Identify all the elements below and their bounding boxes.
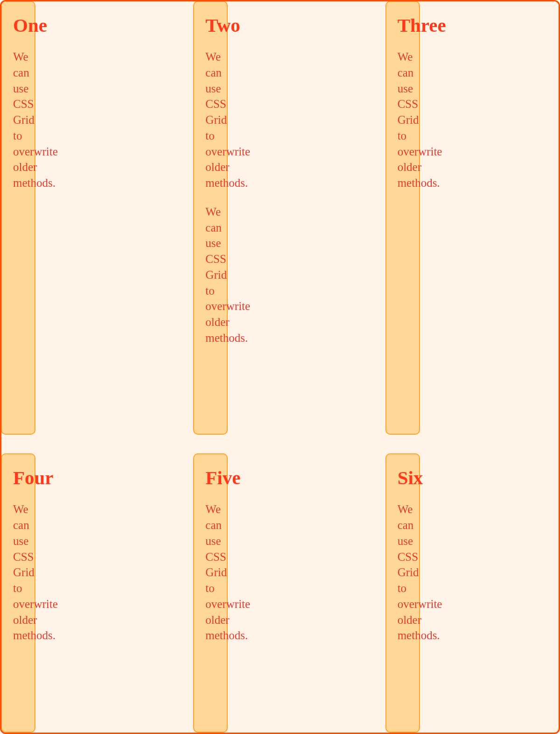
card-paragraph: We can use CSS Grid to overwrite older m… xyxy=(13,49,23,191)
card-paragraph: We can use CSS Grid to overwrite older m… xyxy=(398,49,408,191)
card-four: Four We can use CSS Grid to overwrite ol… xyxy=(1,453,35,733)
grid-wrapper: One We can use CSS Grid to overwrite old… xyxy=(0,0,560,734)
card-six: Six We can use CSS Grid to overwrite old… xyxy=(385,453,420,733)
card-paragraph: We can use CSS Grid to overwrite older m… xyxy=(13,501,23,643)
card-paragraph: We can use CSS Grid to overwrite older m… xyxy=(205,204,216,346)
card-title: Six xyxy=(398,467,408,488)
card-three: Three We can use CSS Grid to overwrite o… xyxy=(385,1,420,435)
card-paragraph: We can use CSS Grid to overwrite older m… xyxy=(398,501,408,643)
card-title: One xyxy=(13,15,23,36)
card-paragraph: We can use CSS Grid to overwrite older m… xyxy=(205,49,216,191)
card-one: One We can use CSS Grid to overwrite old… xyxy=(1,1,35,435)
card-title: Five xyxy=(205,467,216,488)
card-title: Two xyxy=(205,15,216,36)
card-two: Two We can use CSS Grid to overwrite old… xyxy=(193,1,228,435)
card-five: Five We can use CSS Grid to overwrite ol… xyxy=(193,453,228,733)
card-title: Three xyxy=(398,15,408,36)
card-paragraph: We can use CSS Grid to overwrite older m… xyxy=(205,501,216,643)
card-title: Four xyxy=(13,467,23,488)
